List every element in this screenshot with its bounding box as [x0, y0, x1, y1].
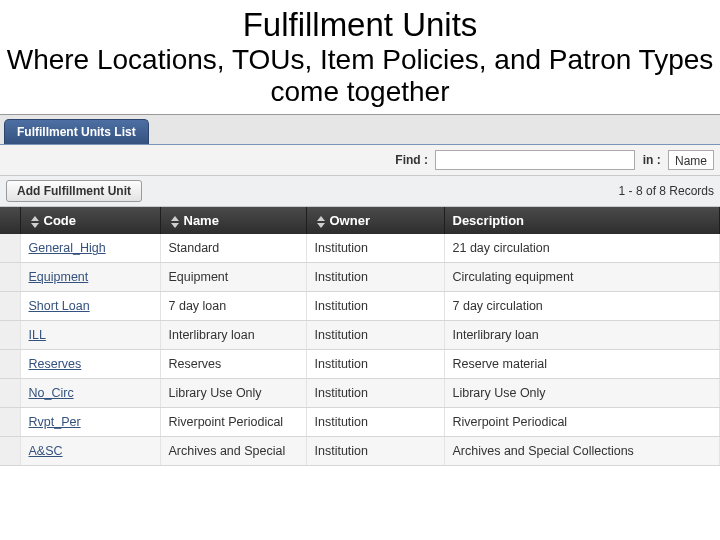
header-description[interactable]: Description — [444, 207, 720, 234]
add-fulfillment-unit-button[interactable]: Add Fulfillment Unit — [6, 180, 142, 202]
table-row: General_HighStandardInstitution21 day ci… — [0, 234, 720, 263]
table-row: ILLInterlibrary loanInstitutionInterlibr… — [0, 321, 720, 350]
code-link[interactable]: General_High — [29, 241, 106, 255]
cell-code: Rvpt_Per — [20, 408, 160, 437]
cell-code: No_Circ — [20, 379, 160, 408]
code-link[interactable]: No_Circ — [29, 386, 74, 400]
code-link[interactable]: Reserves — [29, 357, 82, 371]
app-panel: Fulfillment Units List Find : in : Name … — [0, 114, 720, 466]
header-name-label: Name — [184, 213, 219, 228]
table-row: Rvpt_PerRiverpoint PeriodicalInstitution… — [0, 408, 720, 437]
cell-owner: Institution — [306, 292, 444, 321]
header-rownum — [0, 207, 20, 234]
header-name[interactable]: Name — [160, 207, 306, 234]
row-handle — [0, 408, 20, 437]
cell-code: Equipment — [20, 263, 160, 292]
cell-owner: Institution — [306, 263, 444, 292]
cell-code: A&SC — [20, 437, 160, 466]
cell-code: Short Loan — [20, 292, 160, 321]
cell-description: 7 day circulation — [444, 292, 720, 321]
cell-name: Reserves — [160, 350, 306, 379]
find-scope-select[interactable]: Name — [668, 150, 714, 170]
cell-owner: Institution — [306, 321, 444, 350]
table-row: No_CircLibrary Use OnlyInstitutionLibrar… — [0, 379, 720, 408]
tab-strip: Fulfillment Units List — [0, 115, 720, 145]
header-owner[interactable]: Owner — [306, 207, 444, 234]
fulfillment-units-table: Code Name Owner Description General_High… — [0, 207, 720, 466]
cell-owner: Institution — [306, 408, 444, 437]
row-handle — [0, 437, 20, 466]
cell-name: Interlibrary loan — [160, 321, 306, 350]
row-handle — [0, 292, 20, 321]
code-link[interactable]: Short Loan — [29, 299, 90, 313]
table-row: EquipmentEquipmentInstitutionCirculating… — [0, 263, 720, 292]
header-code[interactable]: Code — [20, 207, 160, 234]
cell-description: Circulating equipment — [444, 263, 720, 292]
cell-name: Equipment — [160, 263, 306, 292]
find-label: Find : — [395, 153, 428, 167]
header-owner-label: Owner — [330, 213, 370, 228]
cell-owner: Institution — [306, 379, 444, 408]
find-bar: Find : in : Name — [0, 145, 720, 176]
header-description-label: Description — [453, 213, 525, 228]
table-row: A&SCArchives and SpecialInstitutionArchi… — [0, 437, 720, 466]
code-link[interactable]: Rvpt_Per — [29, 415, 81, 429]
find-input[interactable] — [435, 150, 635, 170]
slide-title: Fulfillment Units — [0, 6, 720, 44]
row-handle — [0, 350, 20, 379]
slide-subtitle: Where Locations, TOUs, Item Policies, an… — [0, 44, 720, 108]
find-in-label: in : — [643, 153, 661, 167]
cell-name: Riverpoint Periodical — [160, 408, 306, 437]
row-handle — [0, 263, 20, 292]
tab-fulfillment-units-list[interactable]: Fulfillment Units List — [4, 119, 149, 144]
cell-name: Standard — [160, 234, 306, 263]
cell-code: General_High — [20, 234, 160, 263]
cell-description: Riverpoint Periodical — [444, 408, 720, 437]
cell-code: Reserves — [20, 350, 160, 379]
cell-owner: Institution — [306, 234, 444, 263]
cell-owner: Institution — [306, 437, 444, 466]
record-count: 1 - 8 of 8 Records — [619, 184, 714, 198]
code-link[interactable]: A&SC — [29, 444, 63, 458]
action-bar: Add Fulfillment Unit 1 - 8 of 8 Records — [0, 176, 720, 207]
cell-description: Archives and Special Collections — [444, 437, 720, 466]
table-row: ReservesReservesInstitutionReserve mater… — [0, 350, 720, 379]
cell-owner: Institution — [306, 350, 444, 379]
cell-code: ILL — [20, 321, 160, 350]
code-link[interactable]: ILL — [29, 328, 46, 342]
cell-description: Interlibrary loan — [444, 321, 720, 350]
row-handle — [0, 379, 20, 408]
cell-name: Archives and Special — [160, 437, 306, 466]
cell-description: 21 day circulation — [444, 234, 720, 263]
row-handle — [0, 321, 20, 350]
table-row: Short Loan7 day loanInstitution7 day cir… — [0, 292, 720, 321]
header-code-label: Code — [44, 213, 77, 228]
row-handle — [0, 234, 20, 263]
cell-name: Library Use Only — [160, 379, 306, 408]
cell-description: Library Use Only — [444, 379, 720, 408]
cell-description: Reserve material — [444, 350, 720, 379]
code-link[interactable]: Equipment — [29, 270, 89, 284]
cell-name: 7 day loan — [160, 292, 306, 321]
